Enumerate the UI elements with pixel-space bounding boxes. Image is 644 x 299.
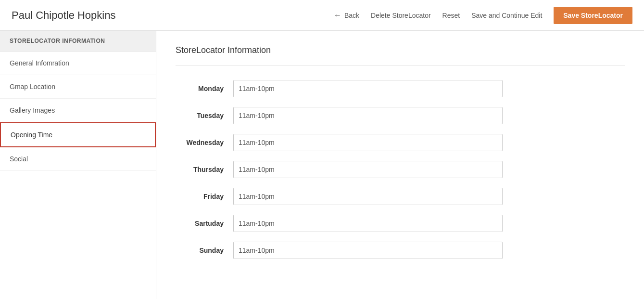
form-row-tuesday: Tuesday	[176, 107, 625, 124]
label-sartuday: Sartuday	[176, 220, 233, 227]
sidebar-section-header: STORELOCATOR INFORMATION	[0, 31, 156, 52]
header-actions: ← Back Delete StoreLocator Reset Save an…	[334, 7, 632, 24]
sidebar: STORELOCATOR INFORMATION General Infomra…	[0, 31, 156, 299]
input-sunday[interactable]	[233, 242, 503, 259]
reset-button[interactable]: Reset	[442, 10, 460, 21]
back-label: Back	[344, 12, 359, 19]
input-tuesday[interactable]	[233, 107, 503, 124]
back-button[interactable]: ← Back	[334, 11, 359, 20]
delete-button[interactable]: Delete StoreLocator	[371, 10, 431, 21]
save-continue-button[interactable]: Save and Continue Edit	[471, 10, 542, 21]
sidebar-item-opening[interactable]: Opening Time	[0, 122, 156, 147]
label-monday: Monday	[176, 85, 233, 92]
back-arrow-icon: ←	[334, 11, 341, 20]
input-sartuday[interactable]	[233, 215, 503, 232]
input-wednesday[interactable]	[233, 134, 503, 151]
main-content: StoreLocator Information MondayTuesdayWe…	[156, 31, 644, 299]
section-title: StoreLocator Information	[176, 45, 625, 55]
form-row-sunday: Sunday	[176, 242, 625, 259]
section-divider	[176, 65, 625, 65]
input-friday[interactable]	[233, 188, 503, 205]
form-row-friday: Friday	[176, 188, 625, 205]
label-thursday: Thursday	[176, 166, 233, 173]
sidebar-item-gallery[interactable]: Gallery Images	[0, 99, 156, 122]
form-rows: MondayTuesdayWednesdayThursdayFridaySart…	[176, 80, 625, 259]
form-row-monday: Monday	[176, 80, 625, 97]
input-thursday[interactable]	[233, 161, 503, 178]
label-tuesday: Tuesday	[176, 112, 233, 119]
form-row-thursday: Thursday	[176, 161, 625, 178]
label-friday: Friday	[176, 193, 233, 200]
sidebar-item-social[interactable]: Social	[0, 147, 156, 171]
page-header: Paul Chipotle Hopkins ← Back Delete Stor…	[0, 0, 644, 31]
label-wednesday: Wednesday	[176, 139, 233, 146]
input-monday[interactable]	[233, 80, 503, 97]
sidebar-item-gmap[interactable]: Gmap Location	[0, 75, 156, 99]
form-row-sartuday: Sartuday	[176, 215, 625, 232]
sidebar-items: General InfomrationGmap LocationGallery …	[0, 52, 156, 171]
label-sunday: Sunday	[176, 247, 233, 254]
save-button[interactable]: Save StoreLocator	[554, 7, 632, 24]
form-row-wednesday: Wednesday	[176, 134, 625, 151]
main-layout: STORELOCATOR INFORMATION General Infomra…	[0, 31, 644, 299]
page-title: Paul Chipotle Hopkins	[12, 9, 322, 22]
sidebar-item-general[interactable]: General Infomration	[0, 52, 156, 75]
